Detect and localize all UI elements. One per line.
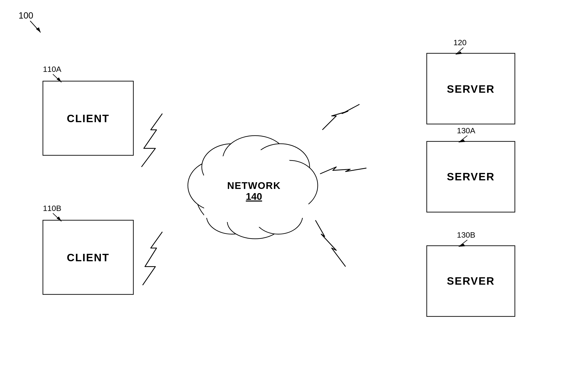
lightning-network-to-server-120 — [322, 104, 359, 130]
lightning-client-b-to-network — [143, 232, 162, 285]
ref-100: 100 — [19, 11, 33, 20]
lightning-client-a-to-network — [142, 114, 162, 167]
lightning-network-to-server-130b — [315, 220, 346, 266]
client-a-label: CLIENT — [67, 112, 110, 124]
ref-120: 120 — [453, 38, 467, 47]
server-120-label: SERVER — [447, 83, 495, 95]
ref-130a: 130A — [457, 126, 475, 135]
network-ref: 140 — [246, 191, 262, 202]
ref-110b: 110B — [43, 204, 61, 212]
server-130a-label: SERVER — [447, 170, 495, 183]
server-130b-label: SERVER — [447, 275, 495, 287]
ref-110a: 110A — [43, 65, 62, 74]
ref-130b: 130B — [457, 230, 475, 239]
cloud-network: NETWORK 140 — [188, 136, 318, 239]
network-label: NETWORK — [227, 180, 281, 191]
diagram: 100 110A CLIENT 110B CLIENT 120 SERVER 1… — [0, 0, 587, 392]
lightning-network-to-server-130a — [320, 167, 366, 174]
client-b-label: CLIENT — [67, 252, 110, 264]
